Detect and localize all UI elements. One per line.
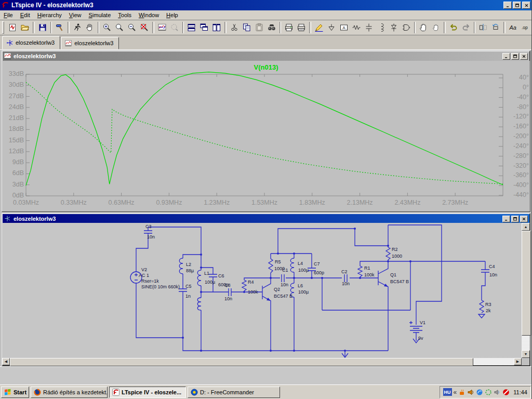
scroll-up-button[interactable]: ▲ xyxy=(522,223,530,231)
control-panel-button[interactable] xyxy=(54,22,65,34)
capacitor-button[interactable] xyxy=(363,22,375,34)
scroll-down-button[interactable]: ▼ xyxy=(522,350,530,358)
waveform-titlebar[interactable]: eloszelektorlw3 xyxy=(3,51,529,61)
schematic-vscrollbar[interactable]: ▲ ▼ xyxy=(522,223,530,358)
schematic-canvas[interactable]: C310nV2AC 1Rser=1kSINE(0 10m 660k)L288µC… xyxy=(2,223,522,358)
schematic-titlebar[interactable]: eloszelektorlw3 xyxy=(3,214,529,223)
drag-button[interactable] xyxy=(430,22,442,34)
open-file-button[interactable] xyxy=(19,22,31,34)
zoom-in-button[interactable] xyxy=(101,22,113,34)
taskbar-task-ltspice[interactable]: LTspice IV - eloszele... xyxy=(109,387,186,398)
tray-audio2-icon[interactable] xyxy=(494,389,501,396)
waveform-close-button[interactable] xyxy=(520,53,528,60)
hscroll-thumb[interactable] xyxy=(10,358,473,366)
find-button[interactable] xyxy=(266,22,277,34)
toolbar: AAa.op xyxy=(0,20,532,35)
zoom-out-button[interactable] xyxy=(126,22,138,34)
schematic-tab-icon xyxy=(6,39,14,46)
vscroll-thumb[interactable] xyxy=(522,231,531,336)
tile-vertical-button[interactable] xyxy=(211,22,222,34)
taskbar-task-freecommander[interactable]: D: - FreeCommander xyxy=(188,387,280,398)
app-maximize-button[interactable] xyxy=(513,2,521,9)
app-close-button[interactable] xyxy=(522,2,530,9)
tab-eloszelektorlw3-schematic[interactable]: eloszelektorlw3 xyxy=(2,36,60,49)
zoom-area-button[interactable] xyxy=(114,22,125,34)
inductor-button[interactable] xyxy=(376,22,387,34)
waveform-pane-icon xyxy=(157,23,167,32)
menu-window[interactable]: Window xyxy=(135,11,163,19)
diode-button[interactable] xyxy=(388,22,400,34)
menu-simulate[interactable]: Simulate xyxy=(85,11,114,19)
start-button[interactable]: Start xyxy=(1,387,29,398)
cut-button[interactable] xyxy=(229,22,240,34)
taskbar-task-firefox[interactable]: Rádió építés a kezdetekt... xyxy=(31,387,108,398)
net-label-button[interactable]: A xyxy=(338,22,350,34)
menu-help[interactable]: Help xyxy=(163,11,182,19)
scroll-right-button[interactable]: ▶ xyxy=(514,358,522,365)
component-button[interactable] xyxy=(401,22,412,34)
left-axis-label: 3dB xyxy=(2,181,24,188)
menu-hierarchy[interactable]: Hierarchy xyxy=(34,11,65,19)
zoom-fit-button[interactable] xyxy=(139,22,150,34)
ground-button[interactable] xyxy=(326,22,337,34)
waveform-pane-button[interactable] xyxy=(156,22,168,34)
tray-no-entry-icon[interactable] xyxy=(502,389,510,396)
waveform-maximize-button[interactable] xyxy=(511,53,519,60)
text-button[interactable]: Aa xyxy=(508,22,519,34)
tray-volume-icon[interactable] xyxy=(467,389,474,396)
schematic-minimize-button[interactable] xyxy=(502,216,510,222)
menu-view[interactable]: View xyxy=(65,11,85,19)
schematic-hscrollbar[interactable]: ◀ ▶ xyxy=(2,358,522,365)
start-label: Start xyxy=(14,389,26,395)
tray-msn-icon[interactable] xyxy=(476,389,483,396)
app-minimize-button[interactable] xyxy=(503,2,512,9)
tile-horizontal-button[interactable] xyxy=(186,22,197,34)
schematic-close-button[interactable] xyxy=(520,216,528,222)
waveform-plot[interactable]: V(n013) 33dB30dB27dB24dB21dB18dB15dB12dB… xyxy=(2,61,530,211)
app-title: LTspice IV - eloszelektorlw3 xyxy=(11,2,503,9)
mirror-icon xyxy=(478,23,488,32)
menu-edit[interactable]: Edit xyxy=(17,11,34,19)
x-axis-label: 0.63MHz xyxy=(98,199,145,206)
rotate-button[interactable] xyxy=(490,22,501,34)
scroll-left-button[interactable]: ◀ xyxy=(2,358,10,365)
tray-clock[interactable]: 11:44 xyxy=(513,389,527,395)
tray-java-icon[interactable] xyxy=(458,389,466,396)
redo-button[interactable] xyxy=(460,22,472,34)
save-button[interactable] xyxy=(37,22,48,34)
language-indicator[interactable]: HU xyxy=(443,388,452,396)
tray-overflow-chevron[interactable]: « xyxy=(454,389,457,396)
new-schematic-button[interactable] xyxy=(7,22,18,34)
waveform-minimize-button[interactable] xyxy=(502,53,510,60)
print-button[interactable] xyxy=(283,22,295,34)
plot-trace-label[interactable]: V(n013) xyxy=(2,63,530,71)
paste-icon xyxy=(255,23,264,32)
tray-network-icon[interactable] xyxy=(485,389,492,396)
menu-file[interactable]: File xyxy=(0,11,17,19)
undo-button[interactable] xyxy=(448,22,459,34)
find-icon xyxy=(267,23,276,32)
component-label: C1 xyxy=(282,268,288,273)
tabbar: eloszelektorlw3eloszelektorlw3 xyxy=(0,35,532,50)
paste-button[interactable] xyxy=(254,22,265,34)
menu-tools[interactable]: Tools xyxy=(114,11,135,19)
wire-button[interactable] xyxy=(313,22,325,34)
autorange-button[interactable] xyxy=(169,22,180,34)
halt-button[interactable] xyxy=(84,22,96,34)
copy-button[interactable] xyxy=(241,22,252,34)
schematic-maximize-button[interactable] xyxy=(511,216,519,222)
left-axis-label: 12dB xyxy=(2,148,24,155)
left-axis-label: 24dB xyxy=(2,103,24,111)
tab-eloszelektorlw3-waveform[interactable]: eloszelektorlw3 xyxy=(61,37,119,49)
cascade-button[interactable] xyxy=(198,22,210,34)
mirror-button[interactable] xyxy=(477,22,489,34)
app-titlebar[interactable]: LTspice IV - eloszelektorlw3 xyxy=(0,0,532,10)
svg-text:.op: .op xyxy=(522,25,528,30)
run-button[interactable] xyxy=(72,22,83,34)
spice-directive-button[interactable]: .op xyxy=(520,22,531,34)
print-setup-button[interactable] xyxy=(296,22,307,34)
resistor-button[interactable] xyxy=(351,22,362,34)
component-label: 1000 xyxy=(392,254,402,259)
component-label: Q2 xyxy=(274,287,280,292)
move-button[interactable] xyxy=(418,22,429,34)
